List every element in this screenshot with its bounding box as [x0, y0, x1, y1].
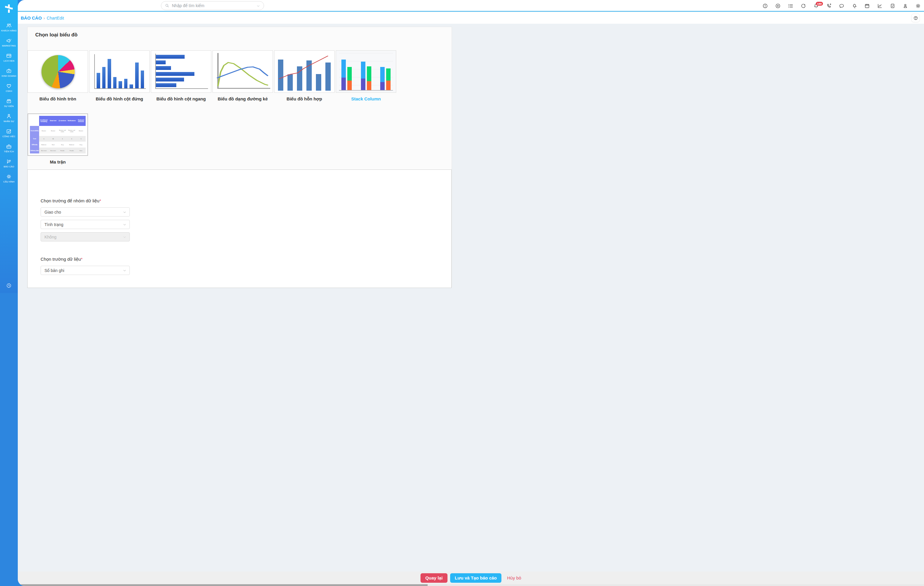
case-check-icon [6, 68, 12, 74]
breadcrumb-page[interactable]: ChartEdit [47, 16, 64, 20]
matrix-preview-table: Conditional formattingSmart text@ mentio… [30, 116, 86, 153]
gear-icon [6, 174, 12, 179]
breadcrumb-separator: › [44, 16, 45, 20]
sidebar-item-label: CSKH [6, 90, 12, 92]
sidebar-item-label: LỊCH HẸN [3, 59, 15, 62]
heart-icon [6, 83, 12, 89]
sidebar-item-gear[interactable]: CẤU HÌNH [0, 171, 18, 186]
chart-type-row: Biểu đồ hình tròn Biểu đồ hình cột đứng … [28, 50, 396, 101]
sidebar-nav: KHÁCH HÀNGMARKETINGLỊCH HẸNKINH DOANHCSK… [0, 17, 18, 186]
sidebar-item-label: CẤU HÌNH [3, 180, 15, 183]
chart-type-column[interactable]: Biểu đồ hình cột đứng [89, 50, 150, 101]
chevron-down-icon [123, 269, 127, 273]
content-area: Chọn loại biểu đồ Biểu đồ hình tròn Biểu… [18, 24, 462, 293]
chevron-down-icon[interactable] [256, 4, 260, 8]
sidebar-item-label: CÔNG VIỆC [2, 135, 15, 138]
chart-type-hbar[interactable]: Biểu đồ hình cột ngang [151, 50, 211, 101]
search-input[interactable]: Nhập để tìm kiếm [161, 1, 264, 10]
box-icon [6, 98, 12, 104]
search-icon [165, 3, 170, 8]
group-select-3: Không [41, 232, 130, 242]
app-logo[interactable] [0, 0, 18, 17]
sidebar-item-case-check[interactable]: KINH DOANH [0, 65, 18, 80]
data-field-label: Chọn trường dữ liệu* [41, 257, 451, 262]
person-icon [6, 113, 12, 119]
breadcrumb: BÁO CÁO › ChartEdit [21, 15, 64, 20]
sidebar-item-box[interactable]: SỰ KIỆN [0, 95, 18, 110]
sidebar-item-people[interactable]: KHÁCH HÀNG [0, 20, 18, 35]
chevron-down-icon [123, 223, 127, 227]
chevron-down-icon [123, 210, 127, 214]
page-title: Chọn loại biểu đồ [28, 27, 452, 38]
sidebar-item-check-square[interactable]: CÔNG VIỆC [0, 125, 18, 140]
report-icon [6, 158, 12, 165]
search-placeholder: Nhập để tìm kiếm [172, 3, 256, 8]
sidebar-item-label: KHÁCH HÀNG [1, 29, 16, 32]
chevron-down-icon [123, 235, 127, 239]
sidebar-item-card[interactable]: LỊCH HẸN [0, 50, 18, 65]
sidebar-item-label: SỰ KIỆN [4, 105, 14, 107]
sidebar-item-report[interactable]: BÁO CÁO [0, 156, 18, 171]
clock-icon[interactable] [0, 282, 18, 289]
breadcrumb-bar: BÁO CÁO › ChartEdit [18, 12, 462, 24]
page: Nhập để tìm kiếm 189 BÁO CÁO › ChartEdit… [18, 0, 462, 293]
data-field-select[interactable]: Số bản ghi [41, 266, 130, 275]
sidebar: KHÁCH HÀNGMARKETINGLỊCH HẸNKINH DOANHCSK… [0, 0, 18, 293]
check-square-icon [6, 128, 12, 134]
sidebar-item-briefcase[interactable]: TIỆN ÍCH [0, 140, 18, 156]
chart-type-stack-column[interactable]: Stack Column [336, 50, 396, 101]
briefcase-icon [6, 143, 12, 149]
sidebar-item-label: MARKETING [2, 44, 16, 47]
chart-type-pie[interactable]: Biểu đồ hình tròn [28, 50, 88, 101]
sidebar-item-label: KINH DOANH [2, 75, 16, 77]
group-select-1[interactable]: Giao cho [41, 207, 130, 217]
chart-type-line[interactable]: Biểu đồ dạng đường kẻ [213, 50, 273, 101]
chart-type-mixed[interactable]: Biểu đồ hỗn hợp [274, 50, 335, 101]
sidebar-item-heart[interactable]: CSKH [0, 80, 18, 95]
sidebar-item-label: NHÂN SỰ [3, 120, 14, 123]
breadcrumb-root[interactable]: BÁO CÁO [21, 15, 42, 20]
chart-edit-card: Chọn loại biểu đồ Biểu đồ hình tròn Biểu… [27, 27, 452, 287]
chart-config-panel: Chọn trường để nhóm dữ liệu* Giao cho Tì… [27, 170, 452, 288]
sidebar-item-label: TIỆN ÍCH [4, 150, 14, 153]
sidebar-item-megaphone[interactable]: MARKETING [0, 35, 18, 50]
card-icon [6, 53, 12, 59]
sidebar-item-person[interactable]: NHÂN SỰ [0, 110, 18, 125]
group-select-2[interactable]: Tình trạng [41, 220, 130, 229]
group-field-label: Chọn trường để nhóm dữ liệu* [41, 198, 451, 203]
chart-type-matrix[interactable]: Conditional formattingSmart text@ mentio… [28, 114, 88, 165]
megaphone-icon [6, 38, 12, 44]
people-icon [6, 23, 12, 28]
top-bar: Nhập để tìm kiếm 189 [18, 0, 462, 12]
sidebar-item-label: BÁO CÁO [3, 165, 14, 168]
